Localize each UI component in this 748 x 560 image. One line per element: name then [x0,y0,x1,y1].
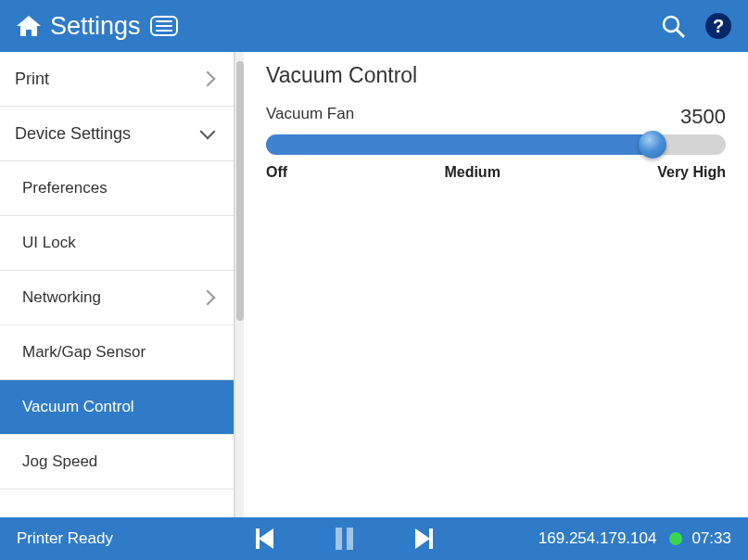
hamburger-icon[interactable] [150,16,178,36]
chevron-right-icon [200,290,216,306]
body-area: Print Device Settings Preferences UI Loc… [0,52,748,517]
nav-item-networking[interactable]: Networking [0,271,234,325]
vacuum-fan-slider[interactable] [266,134,726,155]
nav-item-ui-lock[interactable]: UI Lock [0,216,234,271]
header-bar: Settings ? [0,0,748,52]
sidebar: Print Device Settings Preferences UI Loc… [0,52,235,517]
scrollbar-thumb[interactable] [236,61,244,321]
page-title: Settings [50,12,141,41]
ip-address: 169.254.179.104 [539,529,657,548]
slider-value: 3500 [680,105,726,129]
search-icon[interactable] [661,14,685,38]
footer-bar: Printer Ready 169.254.179.104 07:33 [0,517,748,560]
status-dot-icon [669,532,682,545]
next-button[interactable] [412,528,436,550]
nav-item-label: Networking [22,288,202,307]
nav-item-label: Print [15,70,202,89]
slider-fill [266,134,653,155]
sidebar-scrollbar[interactable] [235,52,244,517]
nav-item-device-settings[interactable]: Device Settings [0,107,234,161]
slider-label-min: Off [266,164,287,181]
nav-item-preferences[interactable]: Preferences [0,161,234,216]
nav-item-label: Jog Speed [22,452,219,471]
slider-handle[interactable] [639,131,666,159]
chevron-down-icon [200,124,216,140]
svg-line-1 [677,30,683,36]
transport-controls [150,528,539,550]
content-title: Vacuum Control [266,63,726,88]
nav-item-label: Device Settings [15,124,202,144]
home-icon[interactable] [17,16,41,36]
nav-item-label: UI Lock [22,234,219,252]
slider-label-max: Very High [657,164,726,181]
nav-item-label: Preferences [22,179,219,197]
clock: 07:33 [691,529,731,548]
pause-button[interactable] [332,528,356,550]
chevron-right-icon [200,71,216,87]
slider-scale-labels: Off Medium Very High [266,164,726,181]
slider-name: Vacuum Fan [266,105,354,129]
nav-item-label: Vacuum Control [22,398,219,416]
help-icon[interactable]: ? [705,13,731,39]
content-panel: Vacuum Control Vacuum Fan 3500 Off Mediu… [244,52,748,517]
nav-item-print[interactable]: Print [0,52,234,107]
slider-header: Vacuum Fan 3500 [266,105,726,129]
nav-item-vacuum-control[interactable]: Vacuum Control [0,380,234,435]
sidebar-scroll: Print Device Settings Preferences UI Loc… [0,52,234,517]
previous-button[interactable] [252,528,276,550]
slider-label-mid: Medium [444,164,500,181]
printer-status: Printer Ready [17,529,113,548]
nav-item-mark-gap-sensor[interactable]: Mark/Gap Sensor [0,325,234,380]
nav-item-label: Mark/Gap Sensor [22,343,219,362]
nav-item-jog-speed[interactable]: Jog Speed [0,435,234,490]
